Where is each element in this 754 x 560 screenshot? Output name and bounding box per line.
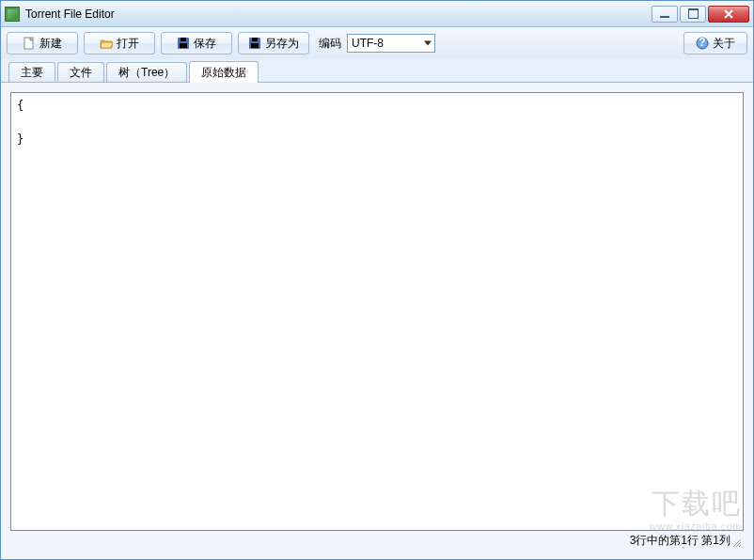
statusbar: 3行中的第1行 第1列 — [10, 531, 744, 550]
maximize-button[interactable] — [680, 6, 706, 23]
raw-data-editor[interactable] — [11, 93, 743, 530]
about-button[interactable]: ? 关于 — [683, 32, 747, 54]
tab-tree-label: 树（Tree） — [118, 65, 175, 81]
save-as-disk-icon — [248, 37, 261, 50]
encoding-select[interactable]: UTF-8 — [347, 34, 435, 53]
chevron-down-icon — [424, 41, 432, 46]
content-area: 下载吧 www.xiazaiba.com 3行中的第1行 第1列 — [1, 82, 753, 559]
new-button-label: 新建 — [39, 36, 62, 52]
close-icon — [723, 8, 734, 20]
tab-main-label: 主要 — [21, 65, 43, 81]
new-file-icon — [23, 37, 36, 50]
tab-tree[interactable]: 树（Tree） — [106, 62, 187, 83]
about-button-label: 关于 — [713, 36, 735, 52]
resize-grip[interactable] — [730, 537, 742, 548]
window-title: Torrent File Editor — [25, 8, 652, 21]
tabstrip: 主要 文件 树（Tree） 原始数据 — [1, 59, 753, 82]
svg-rect-6 — [251, 43, 259, 48]
tab-raw-data[interactable]: 原始数据 — [189, 61, 259, 83]
encoding-value: UTF-8 — [352, 37, 384, 50]
toolbar: 新建 打开 保存 另存为 编码 — [1, 27, 753, 59]
tab-raw-data-label: 原始数据 — [201, 65, 246, 81]
save-as-button[interactable]: 另存为 — [238, 32, 309, 54]
window: Torrent File Editor 新建 打开 — [0, 0, 754, 560]
open-button[interactable]: 打开 — [84, 32, 155, 54]
app-icon — [5, 7, 20, 22]
tab-files[interactable]: 文件 — [57, 62, 104, 83]
close-button[interactable] — [708, 6, 749, 23]
titlebar: Torrent File Editor — [1, 1, 753, 27]
save-button[interactable]: 保存 — [161, 32, 232, 54]
save-disk-icon — [177, 37, 190, 50]
minimize-button[interactable] — [652, 6, 678, 23]
save-as-button-label: 另存为 — [265, 36, 299, 52]
cursor-position-text: 3行中的第1行 第1列 — [630, 533, 730, 549]
encoding-label: 编码 — [319, 36, 341, 52]
save-button-label: 保存 — [194, 36, 216, 52]
help-icon: ? — [696, 37, 709, 50]
open-button-label: 打开 — [117, 36, 139, 52]
svg-rect-2 — [181, 38, 186, 41]
svg-text:?: ? — [699, 37, 705, 49]
tab-files-label: 文件 — [70, 65, 92, 81]
svg-rect-5 — [252, 38, 258, 41]
window-controls — [652, 6, 749, 23]
tab-main[interactable]: 主要 — [8, 62, 55, 83]
editor-frame — [10, 92, 744, 531]
svg-rect-3 — [180, 43, 187, 48]
new-button[interactable]: 新建 — [7, 32, 78, 54]
open-folder-icon — [100, 37, 113, 50]
